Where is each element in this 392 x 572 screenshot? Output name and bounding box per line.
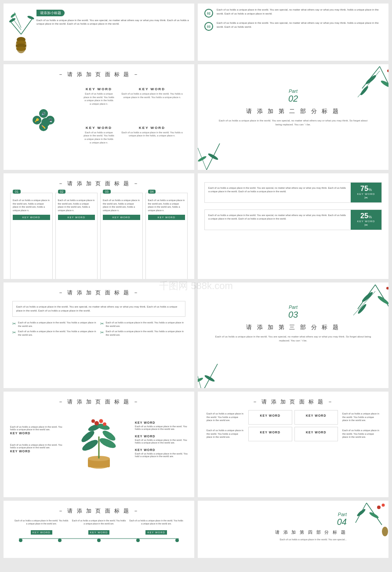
bullet-icon-3: ✂ — [12, 330, 16, 335]
slide-6-bar-2: Each of us holds a unique place in the w… — [204, 209, 382, 230]
col-num-1: 01 — [13, 190, 21, 194]
svg-point-50 — [94, 421, 99, 425]
bullet-1: ✂ Each of us holds a unique place in the… — [12, 321, 98, 328]
svg-point-31 — [357, 303, 367, 315]
bar-right-1: 75 % KEY WORD ✂ — [351, 183, 381, 202]
slide-11-timeline — [10, 535, 188, 542]
slide-9: － 请 添 加 页 面 标 题 － Each of us holds a uni… — [4, 392, 194, 497]
slide-5: － 请 添 加 页 面 标 题 － 01 Each of us holds a … — [4, 173, 194, 279]
pine-decoration-s8-tr — [353, 282, 388, 322]
slide-6: Each of us holds a unique place in the w… — [198, 173, 388, 279]
slide-8: Part 03 请 添 加 第 三 部 分 标 题 Each of us hol… — [198, 282, 388, 388]
bullet-text-3: Each of us holds a unique place in the w… — [18, 330, 98, 337]
slide-11-col-3: Each of us holds a unique place in the w… — [129, 519, 183, 535]
col-num-2: 02 — [58, 190, 66, 194]
col-num-4: 04 — [148, 190, 156, 194]
svg-point-10 — [27, 15, 34, 20]
svg-point-38 — [204, 374, 215, 382]
pine-decoration-tr — [353, 64, 388, 104]
svg-point-15 — [365, 74, 377, 85]
slide-5-cols: 01 Each of us holds a unique place in th… — [8, 193, 190, 279]
slide-3-clover: 🔊 💻 ✏️ 🔑 — [12, 85, 79, 160]
svg-point-25 — [198, 155, 207, 162]
svg-point-24 — [207, 152, 219, 161]
slide-2-item-2: 03 Each of us holds a unique place in th… — [204, 21, 382, 31]
slide-2: 02 Each of us holds a unique place in th… — [198, 4, 388, 61]
pine-decoration-s8-bl — [198, 353, 229, 388]
slide-3-kw-1: KEY WORD Each of us holds a unique place… — [81, 85, 116, 121]
slide-9-kw-r3: KEY WORD Each of us holds a unique place… — [135, 448, 188, 458]
col-kw-4: KEY WORD — [148, 215, 185, 220]
slide-3: － 请 添 加 页 面 标 题 － KEY WORD Each of us ho… — [4, 64, 194, 170]
slide-9-layout: Each of us holds a unique place in the w… — [10, 410, 188, 472]
svg-point-59 — [382, 504, 385, 507]
bar-text-1: Each of us holds a unique place in the w… — [205, 183, 351, 202]
bullet-text-1: Each of us holds a unique place in the w… — [18, 321, 98, 328]
slide-11: － 请 添 加 页 面 标 题 － Each of us holds a uni… — [4, 501, 194, 558]
slide-11-title: － 请 添 加 页 面 标 题 － — [10, 507, 188, 515]
bullet-3: ✂ Each of us holds a unique place in the… — [12, 330, 98, 337]
col-kw-1: KEY WORD — [13, 215, 50, 220]
col-kw-2: KEY WORD — [58, 215, 95, 220]
col-kw-s11-1: KEY WORD — [31, 530, 52, 535]
svg-point-56 — [356, 508, 367, 517]
bullet-icon-4: ✂ — [100, 330, 104, 335]
bullet-4: ✂ Each of us holds a unique place in the… — [100, 330, 186, 337]
svg-point-11 — [10, 13, 16, 18]
tl-dot-5 — [175, 539, 179, 542]
col-kw-s11-2: KEY WORD — [88, 530, 110, 535]
slide-12: Part 04 请 添 加 第 四 部 分 标 题 Each of us hol… — [198, 501, 388, 558]
slide-3-kw-2: KEY WORD Each of us holds a unique place… — [119, 85, 185, 121]
svg-point-58 — [377, 506, 381, 509]
section-title-03: 请 添 加 第 三 部 分 标 题 — [204, 323, 382, 331]
slide-3-kw-4: KEY WORD Each of us holds a unique place… — [119, 124, 185, 160]
slide-9-kw-l2: Each of us holds a unique place in the w… — [10, 444, 63, 453]
bullet-icon-2: ✂ — [100, 321, 104, 326]
bar-sym-2: % — [368, 215, 372, 219]
slide-9-kw-r2: KEY WORD Each of us holds a unique place… — [135, 435, 188, 444]
slide-5-col-1: 01 Each of us holds a unique place in th… — [10, 193, 53, 279]
slide-11-col-2: Each of us holds a unique place in the w… — [72, 519, 126, 535]
col-text-4: Each of us holds a unique place in the w… — [148, 199, 185, 213]
col-kw-s11-3: KEY WORD — [145, 530, 167, 535]
slide-3-kw-3: KEY WORD Each of us holds a unique place… — [81, 124, 116, 160]
svg-line-6 — [21, 19, 32, 34]
slide-11-cols: Each of us holds a unique place in the w… — [10, 519, 188, 535]
slide-9-title: － 请 添 加 页 面 标 题 － — [10, 398, 188, 406]
svg-point-60 — [382, 527, 388, 536]
slide-7-bullets: ✂ Each of us holds a unique place in the… — [12, 321, 185, 337]
slide-5-title: － 请 添 加 页 面 标 题 － — [8, 180, 190, 187]
slide-10-right-text-2: Each of us holds a unique place in the w… — [340, 427, 380, 441]
slide-11-col-1: Each of us holds a unique place in the w… — [15, 519, 69, 535]
section-text-02: Each of us holds a unique place in the w… — [204, 119, 382, 127]
slide-10-left-text-2: Each of us holds a unique place in the w… — [207, 427, 246, 441]
svg-line-13 — [380, 66, 388, 93]
bar-pct-1: 75 — [360, 185, 368, 193]
svg-point-20 — [387, 70, 388, 72]
circle-03: 03 — [204, 22, 213, 31]
slide-10-cell-2: KEY WORD — [294, 410, 338, 425]
slide-9-kw-l1: Each of us holds a unique place in the w… — [10, 425, 63, 435]
slide-1: 请添加小标题 Each of us holds a unique place i… — [4, 4, 194, 61]
svg-point-52 — [91, 419, 95, 423]
slide-10-title: － 请 添 加 页 面 标 题 － — [204, 398, 382, 406]
slide-1-content: 请添加小标题 Each of us holds a unique place i… — [34, 8, 190, 26]
svg-point-4 — [16, 47, 26, 51]
bar-right-2: 25 % KEY WORD ✂ — [351, 210, 381, 230]
slide-4: Part 02 请 添 加 第 二 部 分 标 题 Each of us hol… — [198, 64, 388, 170]
tl-dot-3 — [97, 539, 101, 542]
svg-point-17 — [359, 85, 369, 96]
slide-6-bar-1: Each of us holds a unique place in the w… — [204, 182, 382, 203]
col-text-2: Each of us holds a unique place in the w… — [58, 199, 95, 213]
slide-1-tag: 请添加小标题 — [36, 10, 65, 16]
svg-point-34 — [386, 287, 388, 290]
section-title-02: 请 添 加 第 二 部 分 标 题 — [204, 107, 382, 115]
svg-point-51 — [99, 419, 103, 423]
slide-9-plant — [77, 410, 121, 472]
slide-9-kw-r1: KEY WORD Each of us holds a unique place… — [135, 421, 188, 430]
bar-sym-1: % — [368, 187, 372, 192]
slide-10-cell-3: KEY WORD — [248, 427, 292, 441]
circle-02: 02 — [204, 9, 213, 18]
slide-10-right-text-1: Each of us holds a unique place in the w… — [340, 410, 380, 425]
slide-2-text-1: Each of us holds a unique place in the w… — [217, 8, 382, 16]
